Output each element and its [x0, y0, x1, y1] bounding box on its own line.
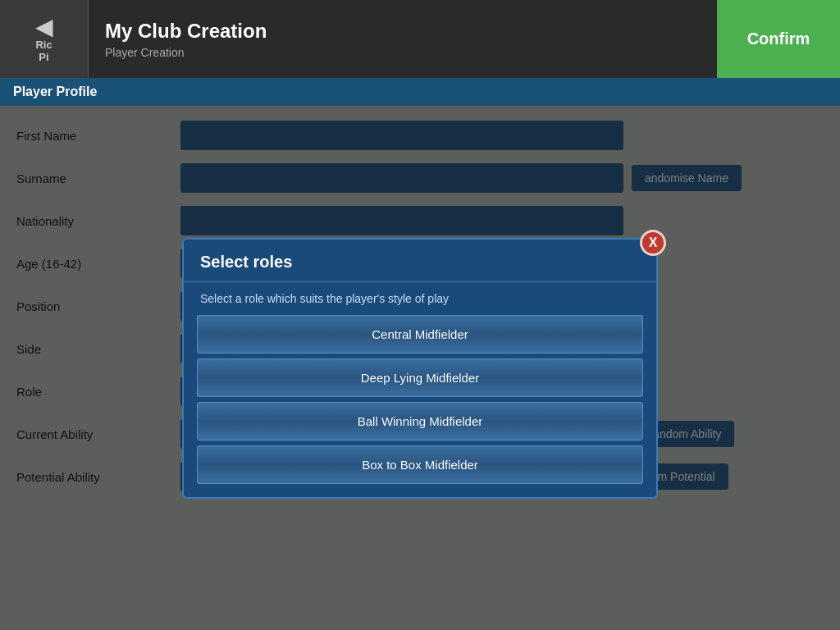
section-title: Player Profile — [13, 84, 97, 98]
back-text-line2: Pi — [39, 51, 48, 63]
close-icon: X — [649, 235, 658, 250]
back-arrow-icon: ◀ — [35, 16, 53, 39]
modal-header: Select roles — [184, 240, 656, 282]
select-roles-modal: X Select roles Select a role which suits… — [182, 238, 658, 499]
section-header: Player Profile — [0, 78, 840, 106]
modal-close-button[interactable]: X — [640, 230, 666, 256]
modal-overlay: X Select roles Select a role which suits… — [0, 106, 840, 630]
role-option-box-to-box-midfielder[interactable]: Box to Box Midfielder — [197, 445, 643, 484]
role-option-deep-lying-midfielder[interactable]: Deep Lying Midfielder — [197, 358, 643, 397]
modal-subtitle: Select a role which suits the player's s… — [184, 282, 656, 315]
role-option-central-midfielder[interactable]: Central Midfielder — [197, 315, 643, 354]
back-text-line1: Ric — [35, 39, 52, 51]
main-content: First Name Surname andomise Name Nationa… — [0, 106, 840, 630]
header: ◀ Ric Pi My Club Creation Player Creatio… — [0, 0, 840, 78]
modal-body: Central Midfielder Deep Lying Midfielder… — [184, 315, 656, 497]
sub-title: Player Creation — [105, 46, 717, 59]
confirm-button[interactable]: Confirm — [717, 0, 840, 78]
main-title: My Club Creation — [105, 20, 717, 43]
back-button[interactable]: ◀ Ric Pi — [0, 0, 89, 78]
role-option-ball-winning-midfielder[interactable]: Ball Winning Midfielder — [197, 402, 643, 441]
modal-title: Select roles — [200, 253, 292, 271]
confirm-label: Confirm — [747, 30, 810, 48]
header-title-area: My Club Creation Player Creation — [89, 0, 717, 78]
